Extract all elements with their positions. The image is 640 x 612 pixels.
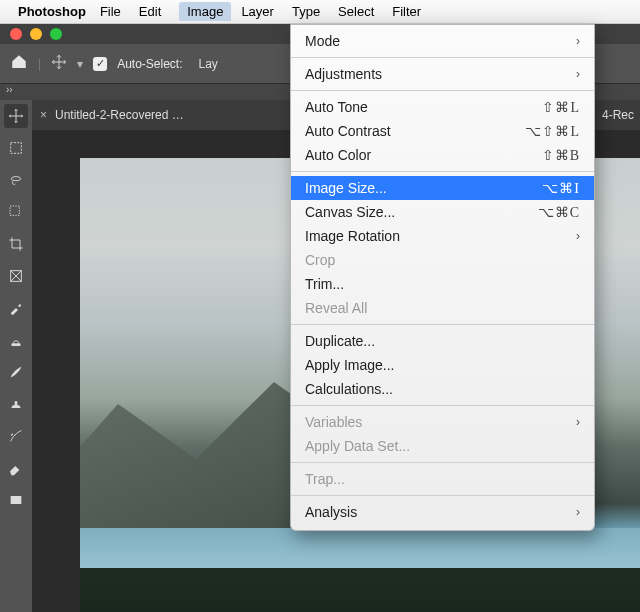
menu-image[interactable]: Image: [179, 2, 231, 21]
menu-select[interactable]: Select: [338, 4, 374, 19]
menu-item-label: Apply Data Set...: [305, 438, 410, 454]
rectangle-tool-icon[interactable]: [4, 488, 28, 512]
brush-tool-icon[interactable]: [4, 360, 28, 384]
menu-item-duplicate[interactable]: Duplicate...: [291, 329, 594, 353]
marquee-tool-icon[interactable]: [4, 136, 28, 160]
menu-item-auto-color[interactable]: Auto Color⇧⌘B: [291, 143, 594, 167]
clone-stamp-tool-icon[interactable]: [4, 392, 28, 416]
menu-item-label: Image Rotation: [305, 228, 400, 244]
menu-layer[interactable]: Layer: [241, 4, 274, 19]
history-brush-tool-icon[interactable]: [4, 424, 28, 448]
menu-item-trim[interactable]: Trim...: [291, 272, 594, 296]
submenu-chevron-icon: ›: [576, 67, 580, 81]
menu-item-apply-image[interactable]: Apply Image...: [291, 353, 594, 377]
lasso-tool-icon[interactable]: [4, 168, 28, 192]
menu-item-trap: Trap...: [291, 467, 594, 491]
tool-panel: [0, 100, 32, 612]
dropdown-caret-icon[interactable]: ▾: [77, 57, 83, 71]
menu-item-analysis[interactable]: Analysis›: [291, 500, 594, 524]
menu-item-label: Variables: [305, 414, 362, 430]
zoom-window-button[interactable]: [50, 28, 62, 40]
menu-item-reveal-all: Reveal All: [291, 296, 594, 320]
menu-item-shortcut: ⌥⌘I: [542, 180, 580, 197]
crop-tool-icon[interactable]: [4, 232, 28, 256]
healing-brush-tool-icon[interactable]: [4, 328, 28, 352]
menu-item-label: Mode: [305, 33, 340, 49]
menu-item-shortcut: ⇧⌘L: [542, 99, 580, 116]
move-tool-icon[interactable]: [4, 104, 28, 128]
minimize-window-button[interactable]: [30, 28, 42, 40]
menu-item-label: Adjustments: [305, 66, 382, 82]
menu-item-apply-data-set: Apply Data Set...: [291, 434, 594, 458]
menu-item-shortcut: ⌥⌘C: [538, 204, 580, 221]
app-name: Photoshop: [18, 4, 86, 19]
svg-rect-0: [11, 143, 22, 154]
eyedropper-tool-icon[interactable]: [4, 296, 28, 320]
menu-item-label: Auto Contrast: [305, 123, 391, 139]
auto-select-label: Auto-Select:: [117, 57, 182, 71]
menu-item-shortcut: ⌥⇧⌘L: [525, 123, 580, 140]
menu-item-auto-contrast[interactable]: Auto Contrast⌥⇧⌘L: [291, 119, 594, 143]
menu-item-label: Trap...: [305, 471, 345, 487]
menu-item-label: Auto Color: [305, 147, 371, 163]
menu-item-label: Auto Tone: [305, 99, 368, 115]
auto-select-dropdown[interactable]: Lay: [193, 55, 224, 73]
menu-item-label: Apply Image...: [305, 357, 395, 373]
submenu-chevron-icon: ›: [576, 505, 580, 519]
document-tab-active[interactable]: Untitled-2-Recovered …: [55, 108, 184, 122]
menu-file[interactable]: File: [100, 4, 121, 19]
menu-item-image-size[interactable]: Image Size...⌥⌘I: [291, 176, 594, 200]
menu-item-calculations[interactable]: Calculations...: [291, 377, 594, 401]
menu-item-canvas-size[interactable]: Canvas Size...⌥⌘C: [291, 200, 594, 224]
home-icon[interactable]: [10, 53, 28, 74]
quick-select-tool-icon[interactable]: [4, 200, 28, 224]
move-cursor-icon: [51, 54, 67, 73]
menu-item-label: Trim...: [305, 276, 344, 292]
menu-item-adjustments[interactable]: Adjustments›: [291, 62, 594, 86]
menu-item-mode[interactable]: Mode›: [291, 29, 594, 53]
menu-item-auto-tone[interactable]: Auto Tone⇧⌘L: [291, 95, 594, 119]
menu-type[interactable]: Type: [292, 4, 320, 19]
menu-item-label: Canvas Size...: [305, 204, 395, 220]
menu-item-label: Image Size...: [305, 180, 387, 196]
menu-item-shortcut: ⇧⌘B: [542, 147, 580, 164]
menu-item-label: Analysis: [305, 504, 357, 520]
svg-rect-3: [11, 343, 20, 346]
menu-edit[interactable]: Edit: [139, 4, 161, 19]
eraser-tool-icon[interactable]: [4, 456, 28, 480]
submenu-chevron-icon: ›: [576, 415, 580, 429]
submenu-chevron-icon: ›: [576, 229, 580, 243]
menu-item-variables: Variables›: [291, 410, 594, 434]
menu-item-label: Crop: [305, 252, 335, 268]
close-window-button[interactable]: [10, 28, 22, 40]
svg-rect-1: [10, 206, 19, 215]
menu-item-label: Reveal All: [305, 300, 367, 316]
menu-item-label: Duplicate...: [305, 333, 375, 349]
svg-rect-4: [11, 496, 22, 504]
menu-item-label: Calculations...: [305, 381, 393, 397]
tab-close-button[interactable]: ×: [40, 108, 47, 122]
menu-filter[interactable]: Filter: [392, 4, 421, 19]
document-tab-other[interactable]: 4-Rec: [602, 108, 640, 122]
frame-tool-icon[interactable]: [4, 264, 28, 288]
menu-item-crop: Crop: [291, 248, 594, 272]
auto-select-checkbox[interactable]: ✓: [93, 57, 107, 71]
image-menu-dropdown: Mode›Adjustments›Auto Tone⇧⌘LAuto Contra…: [290, 24, 595, 531]
macos-menubar: Photoshop File Edit Image Layer Type Sel…: [0, 0, 640, 24]
menu-item-image-rotation[interactable]: Image Rotation›: [291, 224, 594, 248]
submenu-chevron-icon: ›: [576, 34, 580, 48]
